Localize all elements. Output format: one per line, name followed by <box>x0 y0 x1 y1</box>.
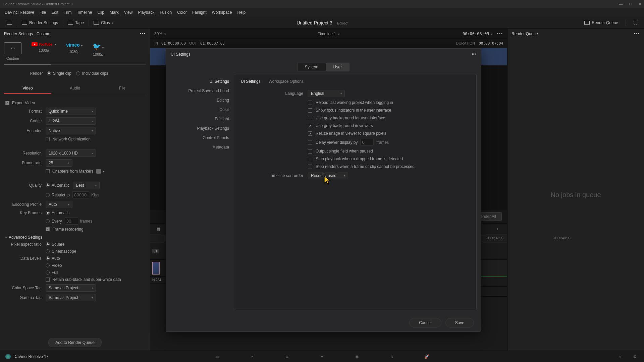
chapters-checkbox[interactable] <box>46 169 50 173</box>
tab-video[interactable]: Video <box>4 83 51 94</box>
tab-file[interactable]: File <box>99 83 146 94</box>
preset-youtube[interactable]: YouTube▾ 1080p <box>32 42 56 52</box>
reload-project-checkbox[interactable] <box>308 101 312 105</box>
sidebar-item-color[interactable]: Color <box>170 105 234 114</box>
sidebar-item-ui-settings[interactable]: UI Settings <box>170 77 234 86</box>
menu-playback[interactable]: Playback <box>135 10 157 15</box>
add-to-queue-button[interactable]: Add to Render Queue <box>48 338 102 347</box>
frame-reorder-checkbox[interactable] <box>46 227 50 231</box>
dl-auto-radio[interactable] <box>46 256 50 260</box>
restrict-radio[interactable] <box>46 193 50 197</box>
zoom-dropdown[interactable]: 39% <box>154 32 166 36</box>
encoder-dropdown[interactable]: Native▾ <box>46 127 96 134</box>
sidebar-item-metadata[interactable]: Metadata <box>170 142 234 152</box>
subtab-ui-settings[interactable]: UI Settings <box>241 79 261 85</box>
individual-clips-radio[interactable] <box>76 71 80 75</box>
render-queue-toggle[interactable]: Render Queue <box>582 19 621 26</box>
sidebar-item-control-panels[interactable]: Control Panels <box>170 133 234 142</box>
preset-twitter[interactable]: 🐦▾ 1080p <box>93 42 104 56</box>
tab-audio[interactable]: Audio <box>51 83 99 94</box>
menu-timeline[interactable]: Timeline <box>74 10 95 15</box>
menu-davinci[interactable]: DaVinci Resolve <box>2 10 37 15</box>
net-opt-checkbox[interactable] <box>46 137 50 141</box>
page-color[interactable]: ◉ <box>353 353 361 361</box>
format-dropdown[interactable]: QuickTime▾ <box>46 108 96 115</box>
page-fairlight[interactable]: ♫ <box>388 353 396 361</box>
page-fusion[interactable]: ✦ <box>318 353 326 361</box>
par-square-radio[interactable] <box>46 242 50 246</box>
retain-checkbox[interactable] <box>46 278 50 282</box>
export-video-checkbox[interactable] <box>5 101 9 105</box>
menu-workspace[interactable]: Workspace <box>209 10 235 15</box>
page-deliver[interactable]: 🚀 <box>423 353 431 361</box>
chevron-down-icon[interactable] <box>103 169 105 174</box>
clips-dropdown[interactable]: Clips <box>91 19 116 26</box>
single-clip-radio[interactable] <box>47 71 51 75</box>
menu-trim[interactable]: Trim <box>61 10 74 15</box>
page-cut[interactable]: ✂ <box>248 353 256 361</box>
menu-file[interactable]: File <box>37 10 49 15</box>
framerate-dropdown[interactable]: 25▾ <box>46 159 72 167</box>
viewer-menu-button[interactable]: ••• <box>497 32 503 36</box>
sidebar-item-editing[interactable]: Editing <box>170 96 234 105</box>
quality-auto-radio[interactable] <box>46 183 50 187</box>
page-edit[interactable]: ≡ <box>283 353 291 361</box>
focus-indicators-checkbox[interactable] <box>308 108 312 113</box>
close-button[interactable]: ✕ <box>638 2 641 6</box>
maximize-button[interactable]: ☐ <box>629 2 632 6</box>
dl-video-radio[interactable] <box>46 263 50 267</box>
square-pixels-checkbox[interactable] <box>308 131 312 136</box>
page-media[interactable]: ▭ <box>213 353 221 361</box>
menu-fairlight[interactable]: Fairlight <box>190 10 209 15</box>
audio-meter-button[interactable]: ♪ <box>493 225 501 233</box>
par-cine-radio[interactable] <box>46 249 50 253</box>
sidebar-item-fairlight[interactable]: Fairlight <box>170 114 234 124</box>
every-input[interactable] <box>65 218 78 225</box>
stop-renders-checkbox[interactable] <box>308 165 312 169</box>
sidebar-item-playback[interactable]: Playback Settings <box>170 124 234 133</box>
timeline-view-button[interactable]: ▦ <box>154 225 162 233</box>
gray-viewers-checkbox[interactable] <box>308 124 312 128</box>
expand-button[interactable]: ⛶ <box>631 19 640 26</box>
preset-scrollbar[interactable] <box>4 64 146 65</box>
subtab-workspace-options[interactable]: Workspace Options <box>269 79 304 85</box>
codec-dropdown[interactable]: H.264▾ <box>46 117 96 125</box>
cancel-button[interactable]: Cancel <box>409 318 441 327</box>
panel-menu-button[interactable]: ••• <box>140 32 146 36</box>
keyframes-auto-radio[interactable] <box>46 211 50 215</box>
menu-clip[interactable]: Clip <box>95 10 107 15</box>
menu-color[interactable]: Color <box>174 10 190 15</box>
deliver-icon[interactable] <box>4 19 15 26</box>
preset-custom[interactable]: ▭ Custom <box>4 42 21 60</box>
sidebar-item-project-save[interactable]: Project Save and Load <box>170 86 234 96</box>
tab-system[interactable]: System <box>297 63 326 71</box>
queue-menu-button[interactable]: ••• <box>634 32 640 36</box>
timecode-display[interactable]: 00:00:03;09 <box>463 32 489 36</box>
advanced-toggle[interactable]: ▾ Advanced Settings <box>5 235 145 240</box>
keyframes-every-radio[interactable] <box>46 219 50 223</box>
enc-profile-dropdown[interactable]: Auto▾ <box>46 201 72 208</box>
home-button[interactable]: ⌂ <box>616 353 624 361</box>
quality-dropdown[interactable]: Best▾ <box>73 182 100 189</box>
minimize-button[interactable]: — <box>619 2 623 6</box>
preset-vimeo[interactable]: vimeo▾ 1080p <box>66 42 82 54</box>
single-field-checkbox[interactable] <box>308 149 312 154</box>
sort-order-dropdown[interactable]: Recently used▾ <box>308 172 348 179</box>
menu-view[interactable]: View <box>121 10 136 15</box>
menu-fusion[interactable]: Fusion <box>157 10 174 15</box>
delay-input[interactable] <box>360 139 374 146</box>
delay-checkbox[interactable] <box>308 140 312 144</box>
gt-dropdown[interactable]: Same as Project▾ <box>46 294 96 301</box>
menu-mark[interactable]: Mark <box>107 10 121 15</box>
timeline-selector[interactable]: Timeline 1 <box>318 32 340 36</box>
resolution-dropdown[interactable]: 644 x 362 HD▾ <box>46 149 96 157</box>
save-button[interactable]: Save <box>445 318 474 327</box>
dialog-menu-button[interactable]: ••• <box>472 52 476 57</box>
dl-full-radio[interactable] <box>46 270 50 275</box>
marker-color-swatch[interactable] <box>96 169 101 174</box>
stop-playback-checkbox[interactable] <box>308 157 312 161</box>
render-settings-toggle[interactable]: Render Settings <box>19 19 61 26</box>
menu-help[interactable]: Help <box>234 10 248 15</box>
gray-ui-checkbox[interactable] <box>308 116 312 120</box>
menu-edit[interactable]: Edit <box>49 10 61 15</box>
